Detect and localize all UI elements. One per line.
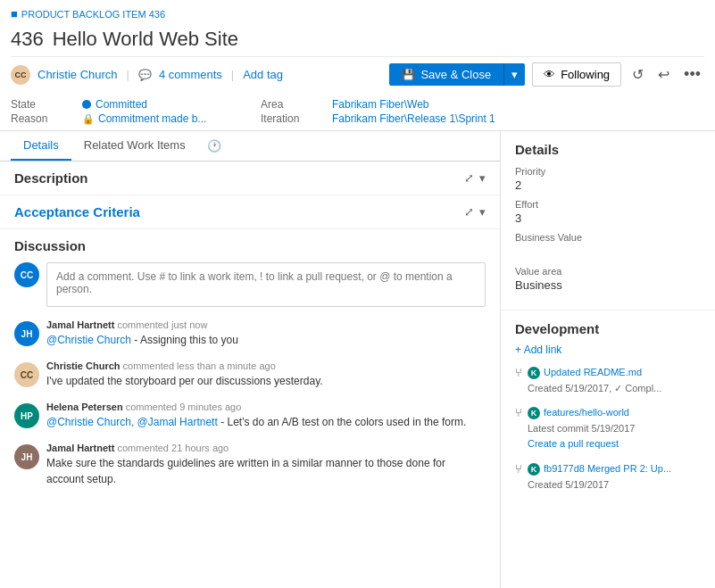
commenter-name: Jamal Hartnett — [46, 443, 114, 453]
dev-item-content: K features/hello-world Latest commit 5/1… — [528, 405, 635, 452]
commenter-name: Helena Petersen — [46, 402, 123, 412]
list-item: JH Jamal Hartnett commented 21 hours ago… — [14, 443, 486, 487]
expand-icon2[interactable]: ⤢ — [464, 205, 474, 219]
add-tag[interactable]: Add tag — [243, 68, 283, 81]
title-row: 436 Hello World Web Site — [11, 24, 704, 56]
comment-input[interactable] — [46, 262, 486, 307]
priority-value[interactable]: 2 — [515, 178, 701, 192]
breadcrumb-text[interactable]: PRODUCT BACKLOG ITEM 436 — [21, 9, 165, 20]
collapse-icon2[interactable]: ▾ — [479, 205, 486, 219]
area-label: Area — [261, 98, 332, 111]
acceptance-title[interactable]: Acceptance Criteria — [14, 204, 140, 219]
mention[interactable]: @Christie Church — [46, 334, 131, 346]
tabs-bar: Details Related Work Items 🕐 — [0, 131, 500, 161]
dev-item-sub: Latest commit 5/19/2017 — [528, 421, 635, 437]
comment-meta: Jamal Hartnett commented 21 hours ago — [46, 443, 486, 453]
iteration-value[interactable]: Fabrikam Fiber\Release 1\Sprint 1 — [332, 112, 704, 125]
top-bar: ■ PRODUCT BACKLOG ITEM 436 436 Hello Wor… — [0, 0, 715, 131]
left-panel: Details Related Work Items 🕐 Description… — [0, 131, 501, 588]
discussion-title: Discussion — [14, 238, 486, 253]
save-icon: 💾 — [402, 69, 415, 81]
create-pr-link[interactable]: Create a pull request — [528, 436, 635, 452]
effort-label: Effort — [515, 199, 701, 210]
user-name[interactable]: Christie Church — [37, 68, 118, 81]
avatar: JH — [14, 444, 39, 469]
right-panel: Details Priority 2 Effort 3 Business Val… — [501, 131, 715, 588]
avatar: CC — [14, 362, 39, 387]
reason-label: Reason — [11, 112, 82, 125]
tab-related-work[interactable]: Related Work Items — [71, 131, 198, 161]
save-close-dropdown[interactable]: ▾ — [503, 63, 525, 86]
dev-item-title[interactable]: Updated README.md — [544, 365, 642, 381]
acceptance-section: Acceptance Criteria ⤢ ▾ — [0, 195, 500, 229]
state-text[interactable]: Committed — [96, 98, 147, 111]
expand-icon[interactable]: ⤢ — [464, 171, 474, 185]
dev-item-title[interactable]: fb9177d8 Merged PR 2: Up... — [544, 461, 671, 477]
description-section: Description ⤢ ▾ — [0, 161, 500, 195]
dev-item-sub: Created 5/19/2017 — [528, 477, 671, 493]
comment-body: Christie Church commented less than a mi… — [46, 360, 323, 389]
dev-item-icon-row: K Updated README.md — [528, 365, 661, 381]
eye-icon: 👁 — [544, 68, 555, 81]
effort-value[interactable]: 3 — [515, 211, 701, 225]
reason-text[interactable]: Commitment made b... — [98, 112, 206, 125]
collapse-icon[interactable]: ▾ — [479, 171, 486, 185]
value-area-field: Value area Business — [515, 266, 701, 292]
list-item: JH Jamal Hartnett commented just now @Ch… — [14, 319, 486, 348]
description-header: Description ⤢ ▾ — [14, 170, 486, 186]
mention[interactable]: @Jamal Hartnett — [137, 416, 218, 428]
dev-item-content: K fb9177d8 Merged PR 2: Up... Created 5/… — [528, 461, 671, 493]
comment-text: @Christie Church, @Jamal Hartnett - Let'… — [46, 414, 466, 430]
save-close-button[interactable]: 💾 Save & Close — [389, 63, 503, 86]
development-title: Development — [515, 321, 701, 336]
comment-text: Make sure the standards guidelines are w… — [46, 455, 486, 487]
comment-input-row: CC — [14, 262, 486, 307]
work-item-id: 436 — [11, 28, 44, 51]
more-options-button[interactable]: ••• — [680, 62, 704, 87]
dev-item-icon-row: K features/hello-world — [528, 405, 635, 421]
state-value: Committed — [82, 98, 261, 111]
comment-meta: Jamal Hartnett commented just now — [46, 319, 238, 330]
tab-history[interactable]: 🕐 — [198, 131, 230, 161]
main-content: Details Related Work Items 🕐 Description… — [0, 131, 715, 588]
commenter-name: Jamal Hartnett — [46, 319, 114, 330]
dev-item-title[interactable]: features/hello-world — [544, 405, 629, 421]
right-details-section: Details Priority 2 Effort 3 Business Val… — [501, 131, 715, 311]
dev-item: ⑂ K fb9177d8 Merged PR 2: Up... Created … — [515, 461, 701, 493]
iteration-label: Iteration — [261, 112, 332, 125]
comments-link[interactable]: 4 comments — [159, 68, 222, 81]
list-item: CC Christie Church commented less than a… — [14, 360, 486, 389]
toolbar-separator: | — [127, 68, 129, 81]
dev-item-icon-row: K fb9177d8 Merged PR 2: Up... — [528, 461, 671, 477]
comment-meta: Christie Church commented less than a mi… — [46, 360, 323, 371]
k-badge: K — [528, 407, 540, 419]
comment-meta: Helena Petersen commented 9 minutes ago — [46, 402, 466, 412]
business-value-value[interactable] — [515, 244, 701, 259]
pr-icon: ⑂ — [515, 462, 522, 476]
input-avatar: CC — [14, 262, 39, 287]
tab-details[interactable]: Details — [11, 131, 71, 161]
undo-button[interactable]: ↩ — [654, 62, 673, 87]
comments-list: JH Jamal Hartnett commented just now @Ch… — [14, 319, 486, 487]
add-link-btn[interactable]: + Add link — [515, 344, 701, 356]
right-section-title: Details — [515, 142, 701, 157]
description-title: Description — [14, 170, 88, 186]
following-button[interactable]: 👁 Following — [532, 62, 621, 87]
refresh-button[interactable]: ↺ — [628, 62, 647, 87]
dev-item-content: K Updated README.md Created 5/19/2017, ✓… — [528, 365, 661, 396]
commit-icon: ⑂ — [515, 366, 522, 379]
commenter-name: Christie Church — [46, 360, 121, 371]
comment-text: I've updated the storyboard per our disc… — [46, 373, 323, 389]
lock-icon: 🔒 — [82, 113, 95, 125]
development-section: Development + Add link ⑂ K Updated READM… — [501, 311, 715, 512]
dev-item-sub: Created 5/19/2017, ✓ Compl... — [528, 381, 661, 397]
value-area-value[interactable]: Business — [515, 278, 701, 292]
acceptance-header: Acceptance Criteria ⤢ ▾ — [14, 204, 486, 219]
avatar: HP — [14, 403, 39, 428]
comment-body: Helena Petersen commented 9 minutes ago … — [46, 402, 466, 430]
list-item: HP Helena Petersen commented 9 minutes a… — [14, 402, 486, 430]
state-label: State — [11, 98, 82, 111]
area-value[interactable]: Fabrikam Fiber\Web — [332, 98, 704, 111]
business-value-field: Business Value — [515, 232, 701, 259]
mention[interactable]: @Christie Church, — [46, 416, 134, 428]
